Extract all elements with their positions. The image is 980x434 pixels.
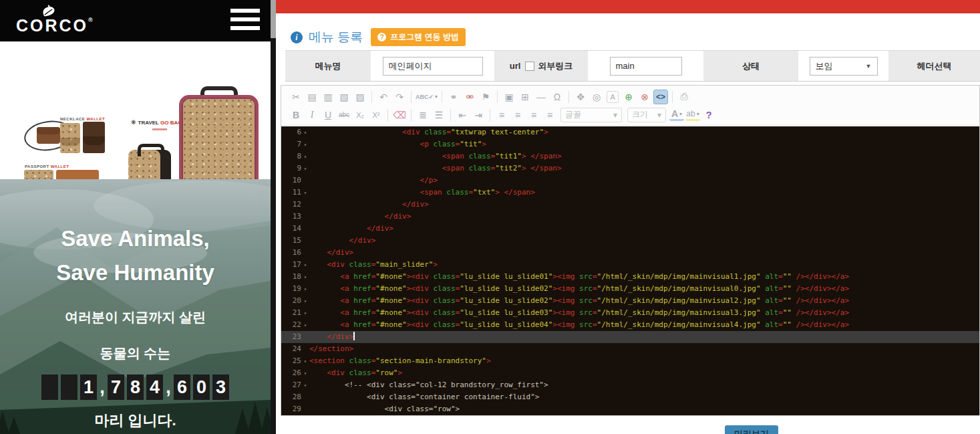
code-line[interactable]: 23 </div> bbox=[281, 331, 979, 343]
code-line[interactable]: 7▾ <p class="tit"> bbox=[281, 138, 979, 150]
spellcheck-icon[interactable]: ABC✔▾ bbox=[416, 90, 438, 104]
fold-arrow-icon[interactable]: ▾ bbox=[301, 296, 309, 308]
indent-icon[interactable]: ⇥ bbox=[471, 108, 486, 122]
toolbar-separator bbox=[442, 91, 442, 103]
fold-arrow-icon[interactable]: ▾ bbox=[301, 259, 309, 272]
image-icon[interactable]: ▣ bbox=[502, 90, 516, 104]
superscript-icon[interactable]: X² bbox=[369, 108, 383, 122]
passport-wallet-cork-image[interactable] bbox=[24, 170, 53, 179]
font-size-dropdown[interactable]: 크기▾ bbox=[627, 108, 666, 122]
code-line[interactable]: 9▾ <span class="tit2"> </span> bbox=[281, 162, 979, 175]
fold-arrow-icon[interactable]: ▾ bbox=[301, 139, 309, 151]
table-icon[interactable]: ⊞ bbox=[518, 90, 532, 104]
scrollbar-thumb[interactable] bbox=[271, 0, 276, 38]
undo-icon[interactable]: ↶ bbox=[376, 90, 391, 104]
code-line[interactable]: 17▾ <div class="main_slider"> bbox=[281, 259, 979, 271]
code-line[interactable]: 27▾ <!-- <div class="col-12 brandstory_r… bbox=[281, 379, 979, 391]
program-link-help-button[interactable]: ? 프로그램 연동 방법 bbox=[371, 28, 466, 46]
code-line[interactable]: 16 </div> bbox=[281, 247, 979, 259]
code-line[interactable]: 11▾ <span class="txt"> </span> bbox=[281, 187, 979, 199]
source-icon[interactable]: <> bbox=[653, 90, 668, 104]
align-left-icon[interactable]: ≡ bbox=[494, 108, 509, 122]
hamburger-menu-icon[interactable] bbox=[230, 9, 260, 33]
text-color-icon[interactable]: A▾ bbox=[669, 108, 684, 121]
code-line[interactable]: 25▾<section class="section-main-brandsto… bbox=[281, 355, 979, 367]
unlink-icon[interactable]: ⚮ bbox=[462, 90, 477, 104]
line-number: 24 bbox=[281, 343, 301, 355]
find-replace-icon[interactable]: ◎ bbox=[589, 90, 604, 104]
code-line[interactable]: 18▾ <a href="#none"><div class="lu_slide… bbox=[281, 271, 979, 283]
code-line[interactable]: 19▾ <a href="#none"><div class="lu_slide… bbox=[281, 283, 979, 295]
anchor-icon[interactable]: ⚑ bbox=[478, 90, 493, 104]
comment-add-icon[interactable]: ⊕ bbox=[621, 90, 636, 104]
strikethrough-icon[interactable]: abc bbox=[337, 108, 351, 122]
bg-color-icon[interactable]: ab▾ bbox=[685, 108, 700, 121]
code-line[interactable]: 8▾ <span class="tit1"> </span> bbox=[281, 150, 979, 162]
fold-arrow-icon[interactable]: ▾ bbox=[301, 127, 309, 139]
fold-arrow-icon[interactable]: ▾ bbox=[301, 368, 309, 380]
travel-go-bag-image[interactable] bbox=[179, 95, 259, 179]
code-line[interactable]: 6▾ <div class="txtwrap text-center"> bbox=[281, 126, 979, 138]
status-select[interactable]: 보임 ▼ bbox=[810, 57, 878, 76]
site-header: CORCO® bbox=[0, 0, 271, 41]
code-line[interactable]: 22▾ <a href="#none"><div class="lu_slide… bbox=[281, 319, 979, 331]
redo-icon[interactable]: ↷ bbox=[392, 90, 407, 104]
necklace-wallet-image[interactable] bbox=[37, 127, 60, 144]
fold-arrow-icon[interactable]: ▾ bbox=[301, 284, 309, 296]
small-backpack-image[interactable] bbox=[128, 150, 171, 179]
about-icon[interactable]: ? bbox=[701, 108, 716, 122]
preview-button[interactable]: 미리보기 bbox=[725, 425, 778, 434]
preview-scrollbar[interactable] bbox=[271, 0, 276, 434]
align-center-icon[interactable]: ≡ bbox=[510, 108, 525, 122]
special-char-icon[interactable]: Ω bbox=[550, 90, 564, 104]
fold-arrow-icon[interactable]: ▾ bbox=[301, 320, 309, 332]
code-line[interactable]: 26▾ <div class="row"> bbox=[281, 367, 979, 379]
code-line[interactable]: 20▾ <a href="#none"><div class="lu_slide… bbox=[281, 295, 979, 307]
paste-text-icon[interactable]: ▧ bbox=[337, 90, 351, 104]
horizontal-rule-icon[interactable]: ― bbox=[534, 90, 548, 104]
code-line[interactable]: 21▾ <a href="#none"><div class="lu_slide… bbox=[281, 307, 979, 319]
fold-arrow-icon[interactable]: ▾ bbox=[301, 151, 309, 163]
bulleted-list-icon[interactable]: ☰ bbox=[432, 108, 446, 122]
code-line[interactable]: 29 <div class="row"> bbox=[281, 403, 979, 415]
fold-arrow-icon[interactable]: ▾ bbox=[301, 380, 309, 392]
link-icon[interactable]: ⚭ bbox=[446, 90, 461, 104]
align-right-icon[interactable]: ≡ bbox=[526, 108, 541, 122]
code-line[interactable]: 24 </section> bbox=[281, 343, 979, 355]
fold-arrow-icon[interactable]: ▾ bbox=[301, 163, 309, 175]
card-wallet-cork-image[interactable] bbox=[60, 123, 80, 153]
comment-remove-icon[interactable]: ⊗ bbox=[637, 90, 652, 104]
fold-arrow-icon[interactable]: ▾ bbox=[301, 272, 309, 284]
font-name-dropdown[interactable]: 글꼴▾ bbox=[560, 108, 622, 122]
paste-word-icon[interactable]: ▨ bbox=[353, 90, 367, 104]
italic-icon[interactable]: I bbox=[305, 108, 319, 122]
maximize-icon[interactable]: ✥ bbox=[573, 90, 588, 104]
remove-format-icon[interactable]: ⌫ bbox=[392, 108, 407, 122]
copy-icon[interactable]: ▤ bbox=[305, 90, 319, 104]
passport-wallet-open-image[interactable] bbox=[56, 170, 99, 179]
paste-icon[interactable]: ▥ bbox=[321, 90, 335, 104]
subscript-icon[interactable]: X₂ bbox=[353, 108, 367, 122]
underline-icon[interactable]: U bbox=[321, 108, 335, 122]
fold-arrow-icon[interactable]: ▾ bbox=[301, 187, 309, 199]
code-area[interactable]: 6▾ <div class="txtwrap text-center">7▾ <… bbox=[281, 126, 979, 415]
card-wallet-brown-image[interactable] bbox=[83, 122, 105, 153]
print-icon[interactable]: ⎙ bbox=[677, 90, 691, 104]
code-line[interactable]: 14 </div> bbox=[281, 223, 979, 235]
align-justify-icon[interactable]: ≡ bbox=[542, 108, 557, 122]
select-all-icon[interactable]: A bbox=[607, 91, 619, 103]
numbered-list-icon[interactable]: ≣ bbox=[416, 108, 430, 122]
code-line[interactable]: 10 </p> bbox=[281, 175, 979, 187]
code-line[interactable]: 15 </div> bbox=[281, 235, 979, 247]
code-line[interactable]: 28 <div class="container container-fluid… bbox=[281, 391, 979, 403]
url-input[interactable] bbox=[610, 57, 682, 76]
code-line[interactable]: 13 </div> bbox=[281, 211, 979, 223]
outdent-icon[interactable]: ⇤ bbox=[455, 108, 470, 122]
bold-icon[interactable]: B bbox=[289, 108, 303, 122]
cut-icon[interactable]: ✂ bbox=[289, 90, 303, 104]
menu-name-input[interactable] bbox=[383, 57, 483, 76]
fold-arrow-icon[interactable]: ▾ bbox=[301, 356, 309, 368]
code-line[interactable]: 12 </div> bbox=[281, 199, 979, 211]
external-link-checkbox[interactable] bbox=[525, 62, 534, 71]
fold-arrow-icon[interactable]: ▾ bbox=[301, 308, 309, 320]
